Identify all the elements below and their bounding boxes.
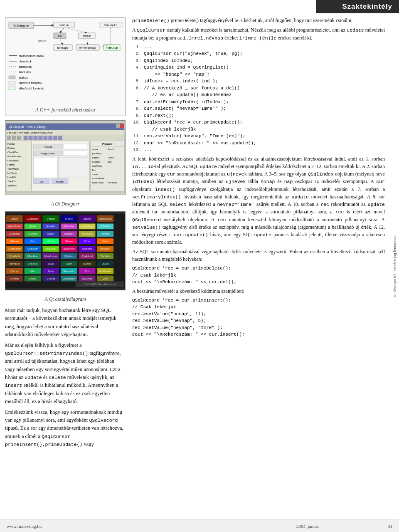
svg-text:QLineEdit: QLineEdit [46, 225, 55, 228]
svg-rect-41 [116, 124, 120, 128]
svg-text:QMutex: QMutex [29, 278, 37, 280]
diagram-caption: A C++-forráskód létrehozása [8, 107, 123, 113]
svg-text:Tárgymutató:: Tárgymutató: [41, 152, 55, 155]
svg-text:Trolltech Qt Class Reference: Trolltech Qt Class Reference [84, 283, 116, 285]
svg-text:QHttp: QHttp [48, 270, 54, 272]
code-line-7: 7. cur.setPrimaryIndex( idIndex ); [132, 99, 385, 106]
svg-text:Qt Designer - Form1 [Design]: Qt Designer - Form1 [Design] [9, 125, 47, 129]
svg-text:elkészítés: elkészítés [19, 65, 32, 68]
svg-text:QDataTable: QDataTable [9, 255, 20, 257]
code-line-10: 10. QSqlRecord *rec = cur.primeUpdate(); [132, 119, 385, 126]
svg-rect-46 [7, 136, 11, 140]
header-title: Szaktekintély [342, 2, 392, 11]
svg-text:QApplication: QApplication [27, 218, 38, 220]
svg-text:TabWidget: TabWidget [7, 168, 19, 170]
svg-text:QDataBrowser: QDataBrowser [44, 255, 58, 257]
svg-text:true: true [108, 161, 111, 163]
svg-text:QSqlDatabase: QSqlDatabase [8, 248, 21, 250]
left-body-text: Most már tudjuk, hogyan hozhatunk létre … [5, 307, 126, 451]
svg-rect-42 [120, 124, 124, 128]
svg-rect-56 [58, 136, 62, 140]
svg-line-20 [66, 28, 87, 33]
svg-text:ellenőrzött forrásfájl: ellenőrzött forrásfájl [19, 87, 44, 90]
header-bar: Szaktekintély [316, 0, 399, 13]
svg-text:QSqlIndex: QSqlIndex [82, 248, 92, 250]
qt-designer-caption: A Qt Designer [5, 201, 126, 207]
code-line-3: 3. QSqlIndex idIndex; [132, 57, 385, 64]
delete-code-block: QSqlRecord *rec = cur.primeDelete(); // … [132, 265, 385, 286]
svg-rect-76 [34, 157, 58, 178]
svg-rect-77 [58, 157, 88, 178]
code-line-2: 2. QSqlCursor cur("ujnevek", true, pg); [132, 50, 385, 57]
svg-rect-72 [63, 144, 87, 149]
code-line-13: 13. ... [132, 146, 385, 153]
svg-text:formimpl.h: formimpl.h [104, 24, 118, 27]
left-para3: Emlékezzünk vissza, hogy egy sormutatóna… [5, 408, 126, 449]
svg-text:QSqlRecord: QSqlRecord [63, 248, 74, 250]
insert-code-block: QSqlRecord *rec = cur.primeInsert(); // … [132, 297, 385, 338]
qt-designer-screenshot: Qt Designer - Form1 [Design] File Edit F… [5, 120, 126, 195]
page-content: Qt Designer form.ui form.h formimpl.h ui… [0, 13, 399, 520]
svg-text:Button: Button [7, 147, 15, 149]
svg-rect-47 [12, 136, 16, 140]
right-analysis: A fenti kódrészlet a szokásos adatbázis-… [132, 155, 385, 246]
code-block-numbered: 1. ... 2. QSqlCursor cur("ujnevek", true… [132, 44, 385, 153]
svg-text:cursor: cursor [92, 173, 99, 176]
svg-text:QTimer: QTimer [84, 240, 91, 242]
svg-text:QToolBar: QToolBar [101, 233, 110, 235]
svg-rect-48 [17, 136, 21, 140]
code-line-6: 6. // A következő _ sor fontos a del() [132, 85, 385, 92]
code-line-10b: // Csak lekérjük [132, 126, 385, 133]
code-line-4b: << "honap" << "nap"; [132, 71, 385, 78]
left-column: Qt Designer form.ui form.h formimpl.h ui… [0, 13, 129, 520]
svg-text:QFont: QFont [30, 240, 36, 242]
right-para1: A QSqlCursor osztály kalkulált mezőket i… [132, 26, 385, 42]
svg-text:QSpinBox: QSpinBox [64, 233, 74, 235]
svg-text:Pointer: Pointer [7, 143, 15, 145]
svg-text:QPushButton: QPushButton [8, 225, 21, 228]
svg-text:QThread: QThread [47, 278, 55, 280]
svg-text:Mégse: Mégse [56, 181, 64, 183]
svg-text:QStringList: QStringList [10, 263, 20, 265]
svg-rect-49 [24, 136, 28, 140]
code-line-6b: // és az update() működéséhez [132, 92, 385, 99]
svg-text:QColor: QColor [47, 240, 54, 242]
svg-text:formimpl.cpp: formimpl.cpp [79, 46, 96, 49]
uml-diagram-svg: Qt Designer form.ui form.h formimpl.h ui… [8, 20, 128, 104]
code-line-9: 9. cur.next(); [132, 112, 385, 119]
svg-rect-75 [63, 151, 87, 156]
left-para1: Most már tudjuk, hogyan hozhatunk létre … [5, 307, 126, 339]
svg-text:QQueue: QQueue [83, 263, 91, 265]
svg-line-18 [60, 28, 64, 33]
svg-text:form.h: form.h [83, 35, 91, 37]
svg-text:QDict: QDict [66, 263, 72, 265]
svg-text:QValueList: QValueList [28, 263, 38, 265]
svg-text:QSqlForm: QSqlForm [64, 255, 74, 257]
svg-text:QDialog: QDialog [84, 218, 91, 220]
svg-text:enabled: enabled [92, 161, 100, 163]
svg-text:QUrl: QUrl [85, 270, 89, 272]
svg-text:QObject: QObject [11, 218, 19, 220]
qt-class-caption: A Qt osztálydiagram [5, 296, 126, 302]
svg-rect-32 [9, 76, 15, 79]
right-insert-intro: A beszúrás műveletét a következő kódmint… [132, 287, 385, 295]
footer-date-page: 2004. január 41 [296, 524, 392, 529]
svg-text:uic: uic [58, 35, 62, 37]
svg-text:QListView: QListView [83, 225, 92, 228]
svg-text:caption: caption [92, 156, 100, 159]
svg-text:LineEdit: LineEdit [7, 176, 17, 178]
right-body-text: primeDelete() primeDelete() tagfüggvényé… [132, 17, 385, 340]
footer-website: www.linuxvilag.hu [7, 524, 42, 529]
svg-text:OK: OK [40, 181, 44, 183]
left-para2: Már az elején felhívjuk a figyelmet a QS… [5, 341, 126, 406]
svg-text:qmake: qmake [38, 40, 47, 43]
qt-class-screenshot: QObject QApplication QWidget QFrame QDia… [5, 211, 126, 290]
svg-text:File Edit Form Tools Layout Pr: File Edit Form Tools Layout Preview Help [7, 131, 53, 134]
footer-bar: www.linuxvilag.hu 2004. január 41 [0, 520, 399, 532]
svg-text:form.cpp: form.cpp [57, 46, 68, 49]
svg-text:QSqlQuery: QSqlQuery [27, 248, 38, 250]
copyright-sidebar: © Kiskapu Kft. Minden jog fenntartva [390, 13, 399, 520]
svg-text:GroupBox: GroupBox [7, 159, 19, 162]
svg-text:QFile: QFile [103, 278, 108, 280]
svg-text:#includes: #includes [19, 71, 31, 74]
